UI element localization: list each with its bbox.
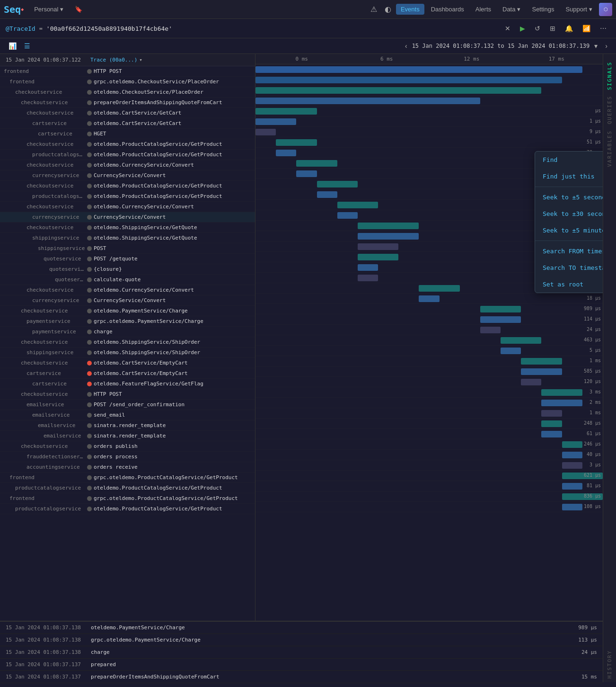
context-menu-item-find[interactable]: Find [535, 152, 603, 168]
trace-row[interactable]: quoteservicecalculate-quote [0, 275, 255, 285]
timeline-row[interactable]: 2 ms [255, 398, 603, 408]
trace-row[interactable]: shippingserviceoteldemo.ShippingService/… [0, 233, 255, 243]
timeline-row[interactable] [255, 85, 603, 96]
timeline-row[interactable]: 1 µs [255, 116, 603, 127]
trace-row[interactable]: emailservicesinatra.render_template [0, 420, 255, 431]
timeline-row[interactable]: 1 ms [255, 408, 603, 419]
trace-row[interactable]: paymentservicegrpc.oteldemo.PaymentServi… [0, 316, 255, 327]
history-tab[interactable]: HISTORY [607, 650, 613, 678]
trace-row[interactable]: checkoutserviceoteldemo.ShippingService/… [0, 223, 255, 233]
query-options-button[interactable]: ↺ [531, 23, 544, 34]
context-menu-item-seek-30s[interactable]: Seek to ±30 seconds [535, 205, 603, 222]
trace-row[interactable]: checkoutserviceoteldemo.CartService/GetC… [0, 108, 255, 118]
run-query-button[interactable]: ▶ [516, 23, 529, 34]
trace-row[interactable]: checkoutserviceHTTP POST [0, 389, 255, 400]
more-options-button[interactable]: ⋯ [596, 23, 610, 34]
trace-row[interactable]: cartserviceoteldemo.FeatureFlagService/G… [0, 379, 255, 389]
personal-menu[interactable]: Personal ▾ [29, 4, 68, 15]
clear-query-button[interactable]: ✕ [501, 23, 514, 34]
bell-button[interactable]: 🔔 [561, 23, 577, 34]
trace-row[interactable]: cartserviceHGET [0, 129, 255, 139]
timeline-row[interactable]: 463 µs [255, 335, 603, 346]
trace-row[interactable]: productcatalogserviceoteldemo.ProductCat… [0, 150, 255, 160]
timeline-row[interactable] [255, 64, 603, 75]
timeline-row[interactable]: 9 µs [255, 127, 603, 137]
timeline-row[interactable]: 3 µs [255, 460, 603, 471]
trace-row[interactable]: paymentservicecharge [0, 327, 255, 337]
trace-row[interactable]: checkoutserviceoteldemo.CartService/Empt… [0, 358, 255, 368]
timeline-row[interactable]: 24 µs [255, 325, 603, 335]
signals-tab[interactable]: SIGNALS [607, 62, 613, 90]
trace-row[interactable]: currencyserviceCurrencyService/Convert [0, 212, 255, 223]
trace-row[interactable]: accountingserviceorders receive [0, 462, 255, 473]
timeline-row[interactable] [255, 96, 603, 106]
bottom-event-row[interactable]: 15 Jan 2024 01:08:37.137prepareOrderItem… [0, 671, 603, 683]
trace-row[interactable]: frontendHTTP POST [0, 66, 255, 77]
trace-row[interactable]: shippingserviceoteldemo.ShippingService/… [0, 348, 255, 358]
nav-data[interactable]: Data ▾ [498, 4, 525, 15]
context-menu-item-seek-5m[interactable]: Seek to ±5 minutes [535, 222, 603, 239]
trace-row[interactable]: cartserviceoteldemo.CartService/EmptyCar… [0, 368, 255, 379]
trace-row[interactable]: checkoutserviceorders publish [0, 441, 255, 452]
trace-row[interactable]: productcatalogserviceoteldemo.ProductCat… [0, 504, 255, 514]
theme-toggle[interactable]: ◐ [382, 3, 394, 16]
timeline-row[interactable]: 51 µs [255, 137, 603, 148]
nav-events[interactable]: Events [396, 4, 424, 15]
queries-tab[interactable]: QUERIES [607, 96, 613, 124]
timeline-row[interactable]: 248 µs [255, 419, 603, 429]
trace-row[interactable]: checkoutserviceoteldemo.ShippingService/… [0, 337, 255, 348]
timeline-row[interactable]: 246 µs [255, 439, 603, 450]
nav-support[interactable]: Support ▾ [561, 4, 597, 15]
timeline-row[interactable]: 18 µs [255, 294, 603, 304]
trace-row[interactable]: emailservicesinatra.render_template [0, 431, 255, 441]
trace-row[interactable]: checkoutserviceoteldemo.CurrencyService/… [0, 285, 255, 295]
trace-row[interactable]: checkoutserviceoteldemo.CurrencyService/… [0, 160, 255, 170]
trace-row[interactable]: frontendgrpc.oteldemo.ProductCatalogServ… [0, 473, 255, 483]
nav-dashboards[interactable]: Dashboards [426, 4, 469, 15]
trace-row[interactable]: checkoutserviceoteldemo.ProductCatalogSe… [0, 139, 255, 150]
timeline-row[interactable]: 5 µs [255, 346, 603, 356]
bottom-event-row[interactable]: 15 Jan 2024 01:08:37.137prepared [0, 659, 603, 671]
grid-view-button[interactable]: ⊞ [546, 23, 559, 34]
signal-button[interactable]: 📶 [579, 23, 594, 34]
next-range-button[interactable]: › [602, 40, 610, 52]
timeline-row[interactable]: µs [255, 106, 603, 116]
user-avatar[interactable]: ⬡ [599, 3, 612, 16]
timeline-row[interactable]: 621 µs [255, 471, 603, 481]
chart-view-button[interactable]: 📊 [6, 40, 19, 52]
trace-label[interactable]: Trace (00a0...) [90, 57, 137, 63]
trace-row[interactable]: checkoutserviceprepareOrderItemsAndShipp… [0, 98, 255, 108]
timeline-row[interactable]: 114 µs [255, 314, 603, 325]
trace-row[interactable]: quoteservicePOST /getquote [0, 254, 255, 264]
trace-row[interactable]: checkoutserviceoteldemo.CheckoutService/… [0, 87, 255, 98]
timeline-row[interactable]: 1 ms [255, 356, 603, 366]
nav-settings[interactable]: Settings [527, 4, 559, 15]
alert-icon[interactable]: ⚠ [368, 3, 380, 16]
prev-range-button[interactable]: ‹ [402, 40, 410, 52]
bottom-event-row[interactable]: 15 Jan 2024 01:08:37.138charge24 µs [0, 646, 603, 659]
query-input[interactable] [46, 25, 497, 32]
context-menu-item-search-to[interactable]: Search TO timestamp [535, 259, 603, 276]
timeline-row[interactable]: 3 ms [255, 387, 603, 398]
trace-row[interactable]: checkoutserviceoteldemo.ProductCatalogSe… [0, 181, 255, 191]
variables-tab[interactable]: VARIABLES [607, 130, 613, 167]
bottom-event-row[interactable]: 15 Jan 2024 01:08:37.138oteldemo.Payment… [0, 622, 603, 634]
timeline-row[interactable]: 81 µs [255, 481, 603, 491]
nav-bookmark[interactable]: 🔖 [70, 4, 87, 15]
trace-row[interactable]: frontendgrpc.oteldemo.ProductCatalogServ… [0, 493, 255, 504]
timeline-row[interactable]: 120 µs [255, 377, 603, 387]
bottom-event-row[interactable]: 15 Jan 2024 01:08:37.138grpc.oteldemo.Pa… [0, 634, 603, 646]
trace-row[interactable]: currencyserviceCurrencyService/Convert [0, 170, 255, 181]
context-menu-item-seek-5s[interactable]: Seek to ±5 seconds [535, 189, 603, 205]
timeline-row[interactable]: 40 µs [255, 450, 603, 460]
context-menu-item-search-from[interactable]: Search FROM timestamp [535, 243, 603, 259]
list-view-button[interactable]: ☰ [21, 40, 33, 52]
trace-row[interactable]: productcatalogserviceoteldemo.ProductCat… [0, 191, 255, 202]
trace-row[interactable]: cartserviceoteldemo.CartService/GetCart [0, 118, 255, 129]
context-menu-item-find-just-this[interactable]: Find just this [535, 168, 603, 185]
time-range-dropdown[interactable]: ▾ [591, 40, 600, 52]
trace-row[interactable]: frauddetectionserviceorders process [0, 452, 255, 462]
timeline-row[interactable] [255, 75, 603, 85]
timeline-row[interactable]: 108 µs [255, 502, 603, 512]
trace-row[interactable]: checkoutserviceoteldemo.PaymentService/C… [0, 306, 255, 316]
